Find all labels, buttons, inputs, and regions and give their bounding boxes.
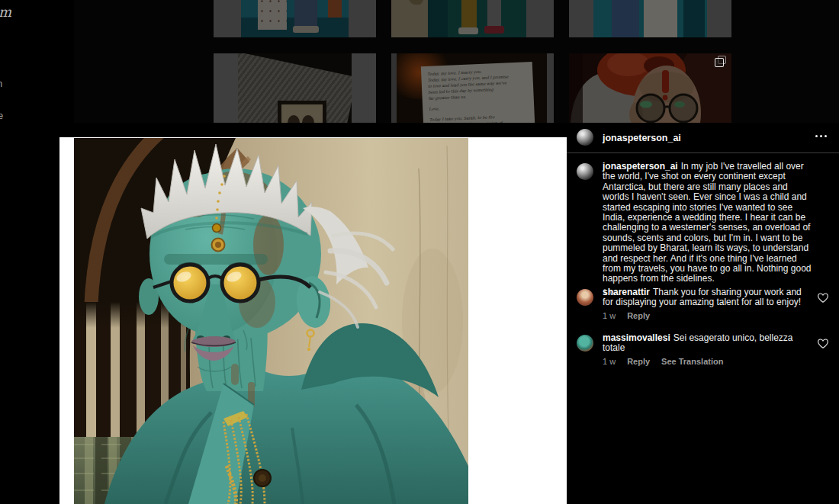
instagram-logo-fragment: m <box>0 5 11 19</box>
caption-username-link[interactable]: jonaspeterson_ai <box>603 161 678 172</box>
comment-username-link[interactable]: sharenattir <box>603 287 650 297</box>
more-options-icon[interactable] <box>815 135 827 137</box>
see-translation-button[interactable]: See Translation <box>661 357 723 366</box>
caption-block: jonaspeterson_aiIn my job I've travelled… <box>577 162 813 297</box>
comment-text: massimovallesiSei esagerato unico, belle… <box>603 333 813 354</box>
sidebar-label-fragment-1: n <box>0 79 2 88</box>
post-image-art <box>74 138 468 504</box>
heart-outline-icon[interactable] <box>817 338 829 350</box>
commenter-avatar[interactable] <box>577 335 593 352</box>
carousel-icon <box>715 56 726 67</box>
commenter-avatar[interactable] <box>577 289 593 306</box>
caption-text: jonaspeterson_aiIn my job I've travelled… <box>603 162 813 284</box>
post-image <box>74 138 468 504</box>
modal-dim-overlay <box>0 0 839 123</box>
comment-row: massimovallesiSei esagerato unico, belle… <box>577 333 813 366</box>
caption-body: In my job I've travelled all over the wo… <box>603 161 811 284</box>
comment-timestamp: 1 w <box>603 357 616 366</box>
comment-text: sharenattirThank you for sharing your wo… <box>603 287 813 308</box>
sidebar-label-fragment-2: e <box>0 111 3 120</box>
reply-button[interactable]: Reply <box>627 357 650 366</box>
comments-panel: jonaspeterson_ai jonaspeterson_aiIn my j… <box>567 123 839 504</box>
post-header: jonaspeterson_ai <box>567 123 839 153</box>
comment-username-link[interactable]: massimovallesi <box>603 332 670 343</box>
author-avatar[interactable] <box>577 129 593 146</box>
caption-avatar[interactable] <box>577 163 593 180</box>
heart-outline-icon[interactable] <box>817 292 829 304</box>
comment-row: sharenattirThank you for sharing your wo… <box>577 287 813 320</box>
author-username-link[interactable]: jonaspeterson_ai <box>603 133 681 143</box>
reply-button[interactable]: Reply <box>627 311 650 320</box>
comment-timestamp: 1 w <box>603 311 616 320</box>
